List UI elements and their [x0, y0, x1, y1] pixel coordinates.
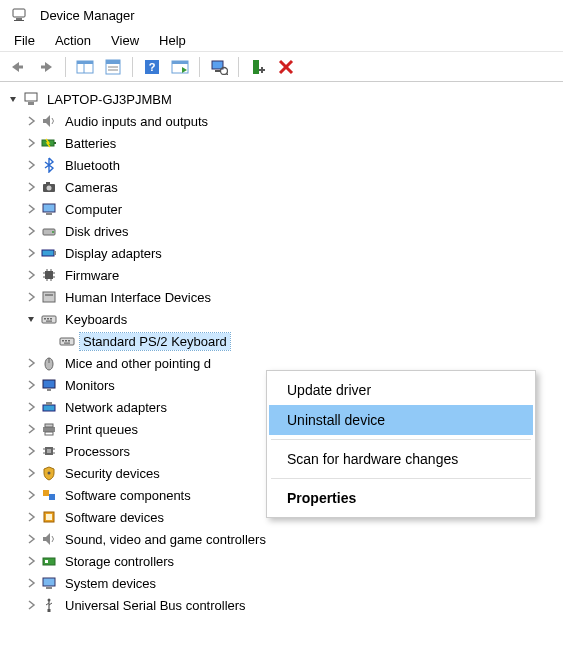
svg-rect-47: [43, 292, 55, 302]
tree-item-label: Keyboards: [62, 311, 130, 328]
battery-icon: [40, 134, 58, 152]
keyboard-icon: [58, 332, 76, 350]
svg-rect-16: [212, 61, 223, 69]
keyboard-icon: [40, 310, 58, 328]
uninstall-button[interactable]: [274, 55, 298, 79]
context-separator: [271, 439, 531, 440]
chevron-right-icon[interactable]: [24, 290, 38, 304]
menu-help[interactable]: Help: [149, 31, 196, 50]
tree-item-hid[interactable]: Human Interface Devices: [6, 286, 559, 308]
chevron-right-icon[interactable]: [24, 400, 38, 414]
speaker-icon: [40, 530, 58, 548]
svg-rect-20: [253, 60, 259, 74]
svg-rect-4: [41, 65, 46, 68]
svg-rect-6: [77, 61, 93, 64]
chevron-right-icon[interactable]: [24, 532, 38, 546]
tree-item-disk-drives[interactable]: Disk drives: [6, 220, 559, 242]
toolbar: ?: [0, 52, 563, 82]
svg-rect-9: [106, 60, 120, 64]
tree-item-usb[interactable]: Universal Serial Bus controllers: [6, 594, 559, 616]
chevron-right-icon[interactable]: [24, 422, 38, 436]
svg-rect-38: [45, 271, 53, 279]
chevron-right-icon[interactable]: [24, 180, 38, 194]
tree-item-label: Display adapters: [62, 245, 165, 262]
svg-rect-82: [46, 587, 52, 589]
scan-hardware-button[interactable]: [207, 55, 231, 79]
menu-action[interactable]: Action: [45, 31, 101, 50]
chevron-right-icon[interactable]: [24, 356, 38, 370]
chevron-right-icon[interactable]: [24, 224, 38, 238]
window-title: Device Manager: [40, 8, 135, 23]
svg-rect-66: [45, 424, 53, 427]
back-button[interactable]: [6, 55, 30, 79]
toolbar-separator: [199, 57, 200, 77]
tree-item-bluetooth[interactable]: Bluetooth: [6, 154, 559, 176]
network-icon: [40, 398, 58, 416]
tree-root[interactable]: LAPTOP-GJ3PJMBM: [6, 88, 559, 110]
svg-point-74: [48, 472, 51, 475]
tree-item-storage[interactable]: Storage controllers: [6, 550, 559, 572]
tree-item-keyboards[interactable]: Keyboards: [6, 308, 559, 330]
menu-file[interactable]: File: [4, 31, 45, 50]
speaker-icon: [40, 112, 58, 130]
svg-point-30: [47, 186, 52, 191]
svg-rect-58: [64, 343, 70, 344]
tree-item-label: Audio inputs and outputs: [62, 113, 211, 130]
context-scan-hardware[interactable]: Scan for hardware changes: [269, 444, 533, 474]
tree-item-label: Computer: [62, 201, 125, 218]
chevron-right-icon[interactable]: [24, 576, 38, 590]
context-properties[interactable]: Properties: [269, 483, 533, 513]
tree-item-label: Firmware: [62, 267, 122, 284]
svg-rect-48: [45, 294, 53, 296]
tree-item-label: Mice and other pointing d: [62, 355, 214, 372]
svg-rect-80: [45, 560, 48, 563]
tree-item-label: System devices: [62, 575, 159, 592]
svg-rect-22: [259, 69, 265, 71]
svg-rect-69: [47, 449, 51, 453]
forward-button[interactable]: [34, 55, 58, 79]
chevron-right-icon[interactable]: [24, 202, 38, 216]
chevron-right-icon[interactable]: [24, 158, 38, 172]
add-hardware-button[interactable]: [246, 55, 270, 79]
titlebar: Device Manager: [0, 0, 563, 30]
tree-item-firmware[interactable]: Firmware: [6, 264, 559, 286]
tree-item-cameras[interactable]: Cameras: [6, 176, 559, 198]
show-hide-tree-button[interactable]: [73, 55, 97, 79]
chevron-right-icon[interactable]: [24, 246, 38, 260]
chevron-right-icon[interactable]: [24, 510, 38, 524]
tree-item-computer[interactable]: Computer: [6, 198, 559, 220]
tree-item-audio[interactable]: Audio inputs and outputs: [6, 110, 559, 132]
tree-item-label: Network adapters: [62, 399, 170, 416]
properties-button[interactable]: [101, 55, 125, 79]
svg-rect-61: [43, 380, 55, 388]
chevron-right-icon[interactable]: [24, 268, 38, 282]
chevron-right-icon[interactable]: [24, 466, 38, 480]
chevron-down-icon[interactable]: [6, 92, 20, 106]
chevron-right-icon[interactable]: [24, 554, 38, 568]
chevron-right-icon[interactable]: [24, 114, 38, 128]
chevron-right-icon[interactable]: [24, 488, 38, 502]
menu-view[interactable]: View: [101, 31, 149, 50]
printer-icon: [40, 420, 58, 438]
tree-item-batteries[interactable]: Batteries: [6, 132, 559, 154]
tree-item-standard-keyboard[interactable]: Standard PS/2 Keyboard: [6, 330, 559, 352]
tree-item-label: Batteries: [62, 135, 119, 152]
chevron-right-icon[interactable]: [24, 136, 38, 150]
tree-item-display-adapters[interactable]: Display adapters: [6, 242, 559, 264]
action-button[interactable]: [168, 55, 192, 79]
context-uninstall-device[interactable]: Uninstall device: [269, 405, 533, 435]
svg-rect-32: [43, 204, 55, 212]
shield-icon: [40, 464, 58, 482]
chevron-right-icon[interactable]: [24, 378, 38, 392]
chevron-right-icon[interactable]: [24, 598, 38, 612]
svg-rect-56: [65, 340, 67, 342]
context-update-driver[interactable]: Update driver: [269, 375, 533, 405]
svg-rect-33: [46, 213, 52, 215]
help-button[interactable]: ?: [140, 55, 164, 79]
chevron-right-icon[interactable]: [24, 444, 38, 458]
svg-rect-64: [46, 402, 52, 405]
svg-rect-78: [46, 514, 52, 520]
tree-item-sound[interactable]: Sound, video and game controllers: [6, 528, 559, 550]
chevron-down-icon[interactable]: [24, 312, 38, 326]
tree-item-system-devices[interactable]: System devices: [6, 572, 559, 594]
